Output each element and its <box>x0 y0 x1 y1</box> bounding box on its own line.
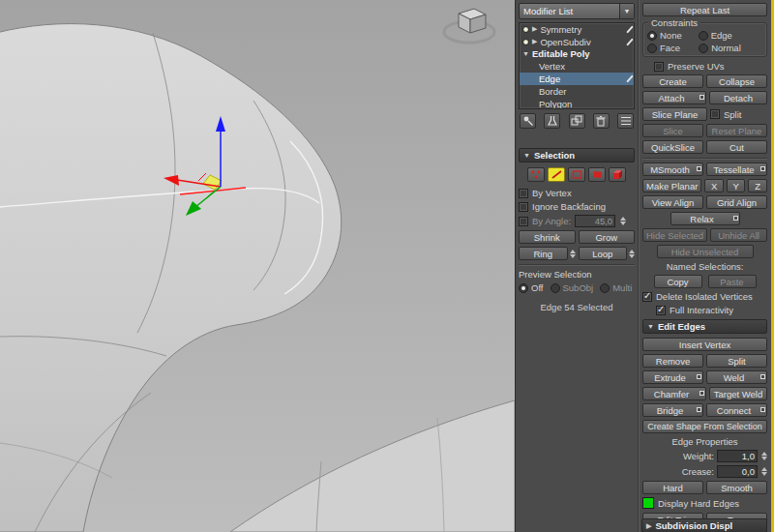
copy-button[interactable]: Copy <box>654 275 702 288</box>
settings-box-icon[interactable] <box>697 374 701 379</box>
cut-button[interactable]: Cut <box>706 140 767 154</box>
modifier-list-dropdown[interactable]: Modifier List ▼ <box>519 3 635 19</box>
checkbox-box[interactable] <box>642 292 652 302</box>
detach-button[interactable]: Detach <box>709 91 767 104</box>
settings-box-icon[interactable] <box>760 374 765 379</box>
constraint-none-radio[interactable] <box>647 31 657 41</box>
settings-box-icon[interactable] <box>760 166 765 171</box>
settings-box-icon[interactable] <box>700 95 704 100</box>
hide-unselected-button[interactable]: Hide Unselected <box>657 245 754 258</box>
weld-button[interactable]: Weld <box>706 370 767 384</box>
shrink-button[interactable]: Shrink <box>519 230 576 244</box>
split-button[interactable]: Split <box>706 354 767 368</box>
settings-box-icon[interactable] <box>733 216 738 221</box>
make-unique-button[interactable] <box>569 113 585 129</box>
connect-button[interactable]: Connect <box>706 403 767 417</box>
delete-isolated-vertices-checkbox[interactable]: Delete Isolated Vertices <box>642 291 767 302</box>
create-shape-button[interactable]: Create Shape From Selection <box>642 420 767 433</box>
ignore-backfacing-checkbox[interactable]: Ignore Backfacing <box>519 201 635 212</box>
quickslice-button[interactable]: QuickSlice <box>642 140 703 154</box>
checkbox-box[interactable] <box>654 62 664 72</box>
subdivision-displacement-rollout-header[interactable]: ▶ Subdivision Displ <box>641 518 767 532</box>
visibility-bulb-icon[interactable] <box>522 26 529 33</box>
hard-button[interactable]: Hard <box>642 481 703 494</box>
insert-vertex-button[interactable]: Insert Vertex <box>642 338 767 351</box>
create-button[interactable]: Create <box>642 74 703 88</box>
stack-item-editable-poly[interactable]: ▼ Editable Poly <box>520 48 634 61</box>
repeat-last-button[interactable]: Repeat Last <box>642 3 767 16</box>
remove-button[interactable]: Remove <box>642 354 703 368</box>
planar-x-button[interactable]: X <box>704 179 724 192</box>
attach-button[interactable]: Attach <box>642 91 706 104</box>
edit-edges-rollout-header[interactable]: ▼ Edit Edges <box>642 319 767 334</box>
checkbox-box[interactable] <box>656 306 666 315</box>
viewport[interactable] <box>0 0 515 532</box>
by-angle-checkbox[interactable]: By Angle: 45,0 <box>519 215 635 227</box>
make-planar-button[interactable]: Make Planar <box>642 179 701 192</box>
paste-button[interactable]: Paste <box>708 275 757 288</box>
ring-button[interactable]: Ring <box>519 247 568 260</box>
chamfer-button[interactable]: Chamfer <box>642 387 706 400</box>
weight-spinner[interactable] <box>761 452 767 460</box>
expand-arrow-icon[interactable]: ▶ <box>532 25 537 33</box>
stack-item-opensubdiv[interactable]: ▶ OpenSubdiv <box>520 36 634 48</box>
settings-box-icon[interactable] <box>760 407 765 412</box>
edge-subobject-button[interactable] <box>548 167 565 182</box>
bridge-button[interactable]: Bridge <box>642 403 703 417</box>
tessellate-button[interactable]: Tessellate <box>706 163 767 176</box>
planar-z-button[interactable]: Z <box>748 179 767 192</box>
settings-box-icon[interactable] <box>697 166 701 171</box>
stack-item-symmetry[interactable]: ▶ Symmetry <box>520 23 634 36</box>
vertex-subobject-button[interactable] <box>527 167 545 182</box>
checkbox-box[interactable] <box>710 109 720 119</box>
hard-edge-color-swatch[interactable] <box>642 497 654 509</box>
grid-align-button[interactable]: Grid Align <box>706 195 767 209</box>
preserve-uvs-checkbox[interactable]: Preserve UVs <box>642 61 767 72</box>
constraint-face-radio[interactable] <box>647 44 657 53</box>
show-end-result-button[interactable] <box>544 113 560 129</box>
msmooth-button[interactable]: MSmooth <box>642 163 703 176</box>
crease-field[interactable]: 0,0 <box>717 465 758 478</box>
expand-arrow-icon[interactable]: ▶ <box>532 38 537 45</box>
split-checkbox[interactable]: Split <box>710 109 767 120</box>
preview-off-radio[interactable] <box>519 283 528 293</box>
checkbox-box[interactable] <box>519 202 528 212</box>
constraint-edge-radio[interactable] <box>699 31 708 41</box>
collapse-arrow-icon[interactable]: ▼ <box>522 50 529 57</box>
selection-rollout-header[interactable]: ▼ Selection <box>519 148 635 163</box>
preview-subobj-radio[interactable] <box>551 283 560 293</box>
full-interactivity-checkbox[interactable]: Full Interactivity <box>642 305 767 315</box>
stack-subitem-polygon[interactable]: Polygon <box>520 98 634 109</box>
remove-modifier-button[interactable] <box>593 113 610 129</box>
configure-modifier-sets-button[interactable] <box>617 113 634 129</box>
checkbox-box[interactable] <box>519 217 528 226</box>
stack-subitem-edge[interactable]: Edge <box>520 73 634 85</box>
target-weld-button[interactable]: Target Weld <box>709 387 767 400</box>
chevron-down-icon[interactable]: ▼ <box>619 4 634 18</box>
planar-y-button[interactable]: Y <box>727 179 746 192</box>
collapse-button[interactable]: Collapse <box>706 74 767 88</box>
extrude-button[interactable]: Extrude <box>642 370 703 384</box>
stack-subitem-border[interactable]: Border <box>520 85 634 98</box>
checkbox-box[interactable] <box>519 189 528 198</box>
polygon-subobject-button[interactable] <box>588 167 606 182</box>
grow-button[interactable]: Grow <box>579 230 636 244</box>
smooth-button[interactable]: Smooth <box>706 481 767 494</box>
stack-subitem-vertex[interactable]: Vertex <box>520 60 634 73</box>
slice-button[interactable]: Slice <box>642 124 703 137</box>
weight-field[interactable]: 1,0 <box>717 450 758 462</box>
relax-button[interactable]: Relax <box>670 212 740 225</box>
settings-box-icon[interactable] <box>700 391 704 396</box>
loop-button[interactable]: Loop <box>579 247 628 260</box>
pin-stack-button[interactable] <box>520 113 536 129</box>
element-subobject-button[interactable] <box>609 167 626 182</box>
hide-selected-button[interactable]: Hide Selected <box>642 228 707 242</box>
view-align-button[interactable]: View Align <box>642 195 703 209</box>
reset-plane-button[interactable]: Reset Plane <box>706 124 767 137</box>
crease-spinner[interactable] <box>761 467 767 476</box>
unhide-all-button[interactable]: Unhide All <box>710 228 767 242</box>
ring-spinner[interactable] <box>570 250 576 258</box>
viewport-canvas[interactable] <box>0 0 515 532</box>
visibility-bulb-icon[interactable] <box>522 39 529 45</box>
settings-box-icon[interactable] <box>697 407 701 412</box>
